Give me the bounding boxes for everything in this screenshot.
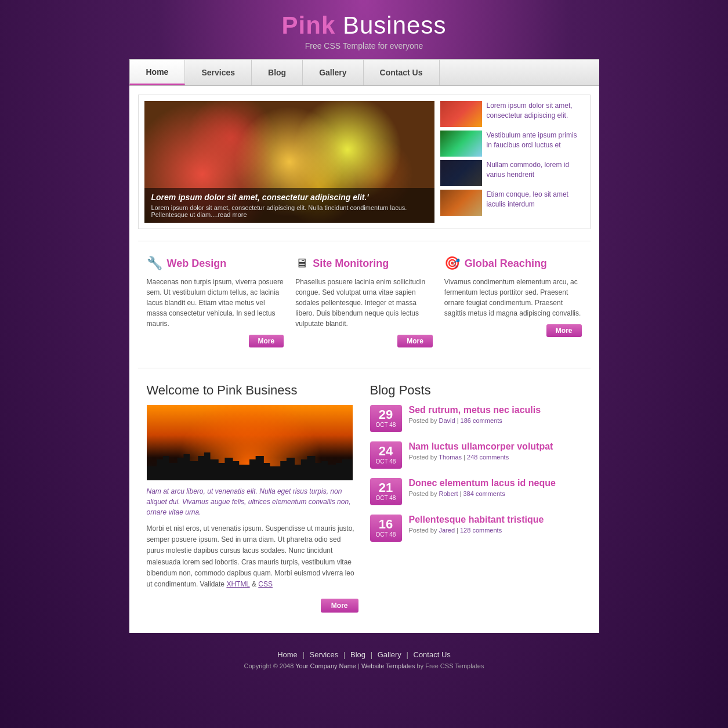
- blog-content-3: Donec elementum lacus id neque Posted by…: [409, 478, 556, 497]
- welcome-section: Welcome to Pink Business Nam at arcu lib…: [147, 383, 358, 613]
- blog-day-4: 16: [376, 518, 396, 531]
- lower-content: Welcome to Pink Business Nam at arcu lib…: [138, 377, 591, 624]
- site-tagline: Free CSS Template for everyone: [0, 41, 728, 50]
- thumb-link-2[interactable]: Vestibulum ante ipsum primis in faucibus…: [487, 131, 577, 149]
- thumb-text-3: Nullam commodo, lorem id varius hendreri…: [487, 160, 584, 180]
- blog-title-link-4[interactable]: Pellentesque habitant tristique: [409, 515, 544, 524]
- site-footer: Home | Services | Blog | Gallery | Conta…: [0, 639, 728, 678]
- blog-date-4: 16 OCT 48: [370, 515, 402, 542]
- blog-content-4: Pellentesque habitant tristique Posted b…: [409, 515, 544, 534]
- thumb-link-1[interactable]: Lorem ipsum dolor sit amet, consectetur …: [487, 102, 573, 119]
- footer-sep-1: |: [302, 650, 304, 659]
- thumb-image-2: [440, 131, 482, 157]
- blog-day-2: 24: [376, 445, 396, 458]
- nav-item-blog[interactable]: Blog: [252, 60, 303, 85]
- blog-author-1[interactable]: David: [439, 417, 455, 424]
- blog-section: Blog Posts 29 OCT 48 Sed rutrum, metus n…: [370, 383, 582, 613]
- blog-post-4: 16 OCT 48 Pellentesque habitant tristiqu…: [370, 515, 582, 542]
- blog-title-link-1[interactable]: Sed rutrum, metus nec iaculis: [409, 405, 541, 415]
- service-more-monitoring[interactable]: More: [397, 335, 433, 347]
- thumbnails: Lorem ipsum dolor sit amet, consectetur …: [440, 101, 584, 223]
- blog-title-link-3[interactable]: Donec elementum lacus id neque: [409, 478, 556, 488]
- blog-comments-2[interactable]: 248 comments: [467, 454, 509, 461]
- separator-1: [138, 241, 591, 241]
- blog-comments-4[interactable]: 128 comments: [460, 527, 502, 534]
- nav-item-contact[interactable]: Contact Us: [364, 60, 440, 85]
- thumb-link-4[interactable]: Etiam conque, leo sit amet iaculis inter…: [487, 190, 568, 208]
- main-wrapper: Lorem ipsum dolor sit amet, consectetur …: [129, 86, 599, 633]
- site-title-pink: Pink: [282, 12, 336, 39]
- service-desc-webdesign: Maecenas non turpis ipsum, viverra posue…: [147, 277, 284, 329]
- service-heading-webdesign: Web Design: [167, 258, 227, 270]
- blog-content-2: Nam luctus ullamcorper volutpat Posted b…: [409, 441, 553, 461]
- thumb-image-3: [440, 160, 482, 186]
- blog-author-2[interactable]: Thomas: [439, 454, 462, 461]
- footer-nav: Home | Services | Blog | Gallery | Conta…: [0, 650, 728, 659]
- list-item: Nullam commodo, lorem id varius hendreri…: [440, 160, 584, 186]
- footer-nav-services[interactable]: Services: [310, 650, 339, 659]
- blog-comments-1[interactable]: 186 comments: [461, 417, 502, 424]
- service-item-webdesign: 🔧 Web Design Maecenas non turpis ipsum, …: [147, 256, 284, 347]
- blog-title-link-2[interactable]: Nam luctus ullamcorper volutpat: [409, 441, 553, 451]
- css-link[interactable]: CSS: [258, 580, 273, 588]
- blog-monthyear-3: OCT 48: [376, 494, 396, 502]
- service-title-monitoring: 🖥 Site Monitoring: [295, 256, 433, 271]
- service-desc-monitoring: Phasellus posuere lacinia enim sollicitu…: [295, 277, 433, 329]
- monitor-icon: 🖥: [295, 256, 308, 271]
- list-item: Lorem ipsum dolor sit amet, consectetur …: [440, 101, 584, 127]
- blog-post-3: 21 OCT 48 Donec elementum lacus id neque…: [370, 478, 582, 505]
- welcome-title: Welcome to Pink Business: [147, 383, 358, 398]
- xhtml-link[interactable]: XHTML: [226, 580, 249, 588]
- thumb-link-3[interactable]: Nullam commodo, lorem id varius hendreri…: [487, 161, 570, 179]
- footer-sep-4: |: [406, 650, 408, 659]
- blog-date-2: 24 OCT 48: [370, 441, 402, 469]
- service-title-webdesign: 🔧 Web Design: [147, 256, 284, 271]
- content-outer: Lorem ipsum dolor sit amet, consectetur …: [129, 86, 599, 633]
- main-nav: Home Services Blog Gallery Contact Us: [129, 60, 599, 85]
- blog-content-1: Sed rutrum, metus nec iaculis Posted by …: [409, 405, 541, 424]
- blog-day-3: 21: [376, 481, 396, 494]
- footer-company-link[interactable]: Your Company Name: [295, 662, 356, 669]
- nav-item-services[interactable]: Services: [185, 60, 252, 85]
- service-more-global[interactable]: More: [546, 324, 582, 337]
- blog-meta-4: Posted by Jared | 128 comments: [409, 527, 544, 534]
- footer-nav-home[interactable]: Home: [277, 650, 298, 659]
- site-header: Pink Business Free CSS Template for ever…: [0, 0, 728, 59]
- blog-title: Blog Posts: [370, 383, 582, 398]
- blog-meta-3: Posted by Robert | 384 comments: [409, 490, 556, 497]
- hero-image: Lorem ipsum dolor sit amet, consectetur …: [144, 101, 434, 223]
- wrench-icon: 🔧: [147, 256, 162, 271]
- blog-comments-3[interactable]: 384 comments: [463, 490, 505, 497]
- nav-item-home[interactable]: Home: [129, 60, 186, 85]
- footer-nav-gallery[interactable]: Gallery: [378, 650, 401, 659]
- blog-post-1: 29 OCT 48 Sed rutrum, metus nec iaculis …: [370, 405, 582, 432]
- hero-overlay: Lorem ipsum dolor sit amet, consectetur …: [144, 188, 434, 223]
- hero-subtitle: Lorem ipsum dolor sit amet, consectetur …: [151, 204, 428, 218]
- blog-author-3[interactable]: Robert: [439, 490, 458, 497]
- footer-nav-blog[interactable]: Blog: [350, 650, 365, 659]
- blog-meta-2: Posted by Thomas | 248 comments: [409, 454, 553, 461]
- service-desc-global: Vivamus condimentum elementum arcu, ac f…: [444, 277, 582, 318]
- service-more-webdesign[interactable]: More: [249, 335, 284, 347]
- footer-templates-link[interactable]: Website Templates: [361, 662, 415, 669]
- welcome-more-button[interactable]: More: [321, 599, 358, 613]
- slider-area: Lorem ipsum dolor sit amet, consectetur …: [138, 95, 591, 229]
- service-item-monitoring: 🖥 Site Monitoring Phasellus posuere laci…: [295, 256, 433, 347]
- service-heading-monitoring: Site Monitoring: [313, 258, 389, 270]
- site-title-white: Business: [335, 12, 446, 39]
- footer-nav-contact[interactable]: Contact Us: [414, 650, 451, 659]
- blog-meta-1: Posted by David | 186 comments: [409, 417, 541, 424]
- thumb-image-4: [440, 190, 482, 216]
- copyright-text: Copyright © 2048: [244, 662, 294, 669]
- service-title-global: 🎯 Global Reaching: [444, 256, 582, 271]
- welcome-quote: Nam at arcu libero, ut venenatis elit. N…: [147, 486, 358, 517]
- thumb-text-1: Lorem ipsum dolor sit amet, consectetur …: [487, 101, 584, 121]
- blog-day-1: 29: [376, 408, 396, 421]
- services-section: 🔧 Web Design Maecenas non turpis ipsum, …: [138, 250, 591, 359]
- blog-author-4[interactable]: Jared: [439, 527, 455, 534]
- site-title: Pink Business: [0, 12, 728, 39]
- nav-item-gallery[interactable]: Gallery: [303, 60, 363, 85]
- list-item: Vestibulum ante ipsum primis in faucibus…: [440, 131, 584, 157]
- service-heading-global: Global Reaching: [465, 258, 547, 270]
- nav-wrapper: Home Services Blog Gallery Contact Us: [129, 59, 599, 86]
